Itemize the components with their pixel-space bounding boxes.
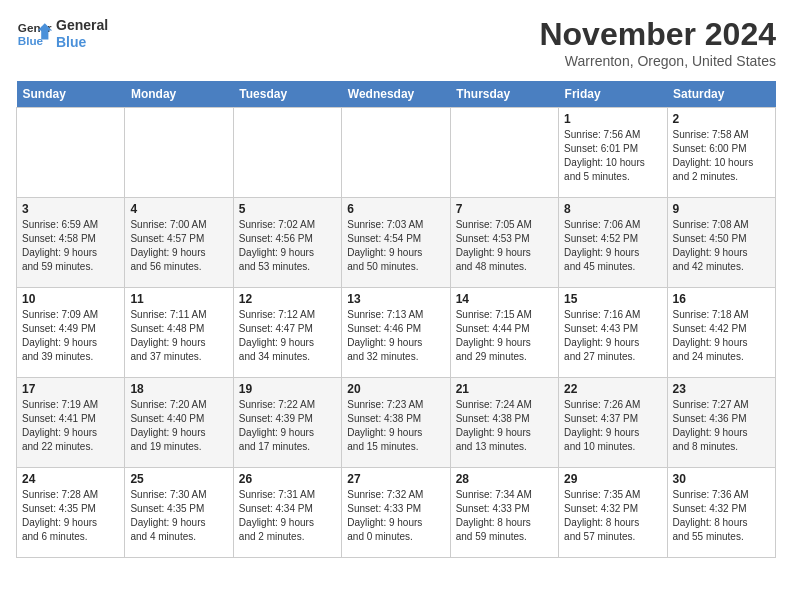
calendar-cell: 11Sunrise: 7:11 AM Sunset: 4:48 PM Dayli… xyxy=(125,288,233,378)
logo-line1: General xyxy=(56,17,108,34)
calendar-cell xyxy=(17,108,125,198)
day-number: 20 xyxy=(347,382,444,396)
day-info: Sunrise: 7:30 AM Sunset: 4:35 PM Dayligh… xyxy=(130,488,227,544)
calendar-cell: 1Sunrise: 7:56 AM Sunset: 6:01 PM Daylig… xyxy=(559,108,667,198)
day-info: Sunrise: 7:35 AM Sunset: 4:32 PM Dayligh… xyxy=(564,488,661,544)
day-number: 27 xyxy=(347,472,444,486)
calendar-cell: 29Sunrise: 7:35 AM Sunset: 4:32 PM Dayli… xyxy=(559,468,667,558)
day-info: Sunrise: 7:18 AM Sunset: 4:42 PM Dayligh… xyxy=(673,308,770,364)
calendar-cell xyxy=(233,108,341,198)
logo-line2: Blue xyxy=(56,34,108,51)
weekday-header-tuesday: Tuesday xyxy=(233,81,341,108)
day-info: Sunrise: 7:56 AM Sunset: 6:01 PM Dayligh… xyxy=(564,128,661,184)
day-info: Sunrise: 7:09 AM Sunset: 4:49 PM Dayligh… xyxy=(22,308,119,364)
weekday-header-row: SundayMondayTuesdayWednesdayThursdayFrid… xyxy=(17,81,776,108)
logo-icon: General Blue xyxy=(16,16,52,52)
day-number: 18 xyxy=(130,382,227,396)
day-info: Sunrise: 7:27 AM Sunset: 4:36 PM Dayligh… xyxy=(673,398,770,454)
day-number: 19 xyxy=(239,382,336,396)
calendar-cell: 10Sunrise: 7:09 AM Sunset: 4:49 PM Dayli… xyxy=(17,288,125,378)
calendar-cell: 26Sunrise: 7:31 AM Sunset: 4:34 PM Dayli… xyxy=(233,468,341,558)
day-info: Sunrise: 7:23 AM Sunset: 4:38 PM Dayligh… xyxy=(347,398,444,454)
day-info: Sunrise: 7:02 AM Sunset: 4:56 PM Dayligh… xyxy=(239,218,336,274)
calendar-cell: 23Sunrise: 7:27 AM Sunset: 4:36 PM Dayli… xyxy=(667,378,775,468)
day-number: 9 xyxy=(673,202,770,216)
calendar-cell: 19Sunrise: 7:22 AM Sunset: 4:39 PM Dayli… xyxy=(233,378,341,468)
day-info: Sunrise: 7:13 AM Sunset: 4:46 PM Dayligh… xyxy=(347,308,444,364)
calendar-cell: 25Sunrise: 7:30 AM Sunset: 4:35 PM Dayli… xyxy=(125,468,233,558)
day-number: 21 xyxy=(456,382,553,396)
day-number: 23 xyxy=(673,382,770,396)
day-number: 13 xyxy=(347,292,444,306)
day-number: 14 xyxy=(456,292,553,306)
weekday-header-monday: Monday xyxy=(125,81,233,108)
calendar-cell: 4Sunrise: 7:00 AM Sunset: 4:57 PM Daylig… xyxy=(125,198,233,288)
month-title: November 2024 xyxy=(539,16,776,53)
day-info: Sunrise: 7:15 AM Sunset: 4:44 PM Dayligh… xyxy=(456,308,553,364)
calendar-cell: 16Sunrise: 7:18 AM Sunset: 4:42 PM Dayli… xyxy=(667,288,775,378)
day-number: 11 xyxy=(130,292,227,306)
day-number: 29 xyxy=(564,472,661,486)
weekday-header-saturday: Saturday xyxy=(667,81,775,108)
calendar-cell: 2Sunrise: 7:58 AM Sunset: 6:00 PM Daylig… xyxy=(667,108,775,198)
svg-text:Blue: Blue xyxy=(18,34,44,47)
day-info: Sunrise: 6:59 AM Sunset: 4:58 PM Dayligh… xyxy=(22,218,119,274)
week-row-5: 24Sunrise: 7:28 AM Sunset: 4:35 PM Dayli… xyxy=(17,468,776,558)
day-info: Sunrise: 7:22 AM Sunset: 4:39 PM Dayligh… xyxy=(239,398,336,454)
day-info: Sunrise: 7:19 AM Sunset: 4:41 PM Dayligh… xyxy=(22,398,119,454)
day-number: 2 xyxy=(673,112,770,126)
day-number: 25 xyxy=(130,472,227,486)
calendar-cell: 14Sunrise: 7:15 AM Sunset: 4:44 PM Dayli… xyxy=(450,288,558,378)
day-number: 15 xyxy=(564,292,661,306)
calendar-cell: 13Sunrise: 7:13 AM Sunset: 4:46 PM Dayli… xyxy=(342,288,450,378)
day-number: 12 xyxy=(239,292,336,306)
day-info: Sunrise: 7:31 AM Sunset: 4:34 PM Dayligh… xyxy=(239,488,336,544)
day-number: 30 xyxy=(673,472,770,486)
day-info: Sunrise: 7:26 AM Sunset: 4:37 PM Dayligh… xyxy=(564,398,661,454)
day-number: 3 xyxy=(22,202,119,216)
day-number: 7 xyxy=(456,202,553,216)
calendar-cell: 30Sunrise: 7:36 AM Sunset: 4:32 PM Dayli… xyxy=(667,468,775,558)
week-row-2: 3Sunrise: 6:59 AM Sunset: 4:58 PM Daylig… xyxy=(17,198,776,288)
calendar-cell: 22Sunrise: 7:26 AM Sunset: 4:37 PM Dayli… xyxy=(559,378,667,468)
day-number: 10 xyxy=(22,292,119,306)
calendar-cell xyxy=(125,108,233,198)
calendar-cell: 15Sunrise: 7:16 AM Sunset: 4:43 PM Dayli… xyxy=(559,288,667,378)
day-number: 4 xyxy=(130,202,227,216)
calendar-cell: 7Sunrise: 7:05 AM Sunset: 4:53 PM Daylig… xyxy=(450,198,558,288)
day-number: 28 xyxy=(456,472,553,486)
day-info: Sunrise: 7:20 AM Sunset: 4:40 PM Dayligh… xyxy=(130,398,227,454)
weekday-header-thursday: Thursday xyxy=(450,81,558,108)
calendar-cell: 21Sunrise: 7:24 AM Sunset: 4:38 PM Dayli… xyxy=(450,378,558,468)
logo: General Blue General Blue xyxy=(16,16,108,52)
calendar-cell: 18Sunrise: 7:20 AM Sunset: 4:40 PM Dayli… xyxy=(125,378,233,468)
day-number: 17 xyxy=(22,382,119,396)
day-info: Sunrise: 7:06 AM Sunset: 4:52 PM Dayligh… xyxy=(564,218,661,274)
calendar-cell xyxy=(450,108,558,198)
calendar-cell xyxy=(342,108,450,198)
day-info: Sunrise: 7:32 AM Sunset: 4:33 PM Dayligh… xyxy=(347,488,444,544)
day-number: 26 xyxy=(239,472,336,486)
calendar-cell: 28Sunrise: 7:34 AM Sunset: 4:33 PM Dayli… xyxy=(450,468,558,558)
day-info: Sunrise: 7:05 AM Sunset: 4:53 PM Dayligh… xyxy=(456,218,553,274)
day-info: Sunrise: 7:24 AM Sunset: 4:38 PM Dayligh… xyxy=(456,398,553,454)
calendar-cell: 17Sunrise: 7:19 AM Sunset: 4:41 PM Dayli… xyxy=(17,378,125,468)
weekday-header-wednesday: Wednesday xyxy=(342,81,450,108)
week-row-1: 1Sunrise: 7:56 AM Sunset: 6:01 PM Daylig… xyxy=(17,108,776,198)
title-area: November 2024 Warrenton, Oregon, United … xyxy=(539,16,776,69)
day-info: Sunrise: 7:08 AM Sunset: 4:50 PM Dayligh… xyxy=(673,218,770,274)
week-row-3: 10Sunrise: 7:09 AM Sunset: 4:49 PM Dayli… xyxy=(17,288,776,378)
day-number: 16 xyxy=(673,292,770,306)
day-info: Sunrise: 7:36 AM Sunset: 4:32 PM Dayligh… xyxy=(673,488,770,544)
calendar-cell: 3Sunrise: 6:59 AM Sunset: 4:58 PM Daylig… xyxy=(17,198,125,288)
day-info: Sunrise: 7:16 AM Sunset: 4:43 PM Dayligh… xyxy=(564,308,661,364)
calendar-cell: 8Sunrise: 7:06 AM Sunset: 4:52 PM Daylig… xyxy=(559,198,667,288)
day-info: Sunrise: 7:03 AM Sunset: 4:54 PM Dayligh… xyxy=(347,218,444,274)
day-info: Sunrise: 7:12 AM Sunset: 4:47 PM Dayligh… xyxy=(239,308,336,364)
day-number: 6 xyxy=(347,202,444,216)
day-info: Sunrise: 7:34 AM Sunset: 4:33 PM Dayligh… xyxy=(456,488,553,544)
header: General Blue General Blue November 2024 … xyxy=(16,16,776,69)
day-info: Sunrise: 7:58 AM Sunset: 6:00 PM Dayligh… xyxy=(673,128,770,184)
day-number: 8 xyxy=(564,202,661,216)
calendar-cell: 9Sunrise: 7:08 AM Sunset: 4:50 PM Daylig… xyxy=(667,198,775,288)
